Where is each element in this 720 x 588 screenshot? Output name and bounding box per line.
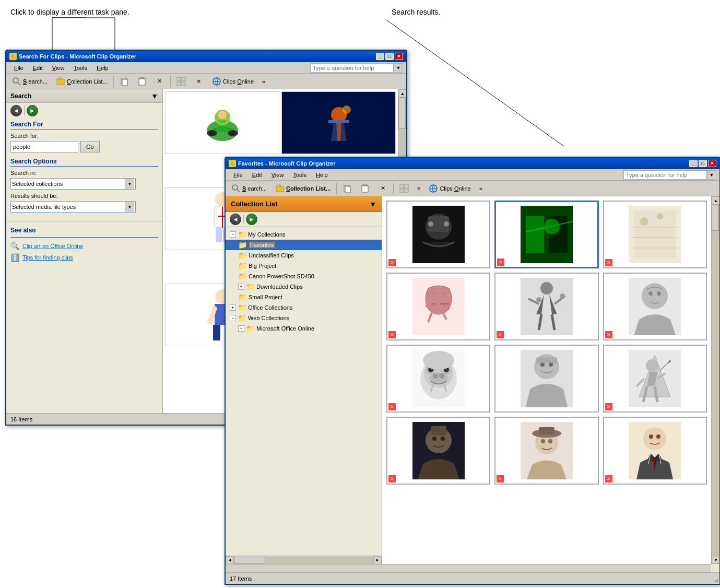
menu1-view[interactable]: View: [48, 63, 69, 73]
fav-item-10[interactable]: ✕: [386, 417, 490, 485]
menu1-file[interactable]: File: [9, 63, 28, 73]
toolbar1-delete[interactable]: ✕: [151, 75, 168, 88]
window2-minimize[interactable]: _: [689, 160, 698, 167]
go-button[interactable]: Go: [80, 141, 100, 152]
tree-favorites[interactable]: 📁 Favorites: [226, 240, 382, 250]
menu1-edit[interactable]: Edit: [28, 63, 48, 73]
scrollbar-up[interactable]: ▲: [398, 89, 407, 98]
toolbar2-expand[interactable]: »: [476, 182, 486, 195]
fav-x-10[interactable]: ✕: [388, 475, 396, 483]
tree-toggle-office[interactable]: +: [230, 304, 236, 311]
window1-help-input[interactable]: [310, 63, 394, 73]
toolbar2-delete[interactable]: ✕: [374, 182, 391, 195]
fav-x-9[interactable]: ✕: [605, 403, 612, 410]
window2-help-arrow[interactable]: ▼: [707, 170, 716, 180]
fav-item-6[interactable]: ✕: [603, 273, 707, 340]
toolbar2-search[interactable]: Search...: [228, 182, 270, 195]
panel-dropdown-arrow[interactable]: ▼: [151, 92, 158, 100]
fav-scroll-down[interactable]: ▼: [712, 556, 720, 564]
toolbar1-expand[interactable]: »: [258, 75, 269, 88]
link1-text[interactable]: Clip art on Office Online: [22, 243, 84, 249]
results-arrow[interactable]: ▼: [125, 202, 134, 212]
search-window-titlebar[interactable]: 📎 Search For Clips - Microsoft Clip Orga…: [6, 51, 406, 62]
window1-close[interactable]: ✕: [395, 53, 403, 60]
link2-text[interactable]: Tips for finding clips: [22, 254, 73, 261]
tree-smallproject[interactable]: 📁 Small Project: [226, 292, 382, 302]
clip-item-1[interactable]: [165, 91, 279, 154]
toolbar1-collection[interactable]: Collection List...: [52, 75, 111, 88]
toolbar2-copy[interactable]: [339, 182, 356, 195]
toolbar1-view1[interactable]: [173, 75, 190, 88]
results-select[interactable]: Selected media file types ▼: [10, 201, 136, 213]
fav-x-4[interactable]: ✕: [388, 331, 396, 338]
search-in-arrow[interactable]: ▼: [125, 179, 134, 189]
resize-grip[interactable]: ⊿: [711, 575, 719, 584]
toolbar1-search[interactable]: Search...: [8, 75, 51, 88]
menu2-file[interactable]: File: [229, 170, 247, 180]
tree-toggle-web[interactable]: −: [230, 315, 236, 321]
fav-x-6[interactable]: ✕: [605, 331, 612, 338]
tree-msonline[interactable]: + 📁 Microsoft Office Online: [226, 323, 382, 334]
collection-nav-forward[interactable]: ►: [246, 214, 257, 225]
fav-x-5[interactable]: ✕: [497, 331, 504, 338]
tree-officecollections[interactable]: + 📁 Office Collections: [226, 302, 382, 313]
clip-item-2[interactable]: [281, 91, 396, 154]
tree-hscrollbar[interactable]: ◄ ►: [226, 556, 382, 564]
fav-item-8[interactable]: [494, 345, 598, 413]
tree-unclassified[interactable]: 📁 Unclassified Clips: [226, 250, 382, 261]
window2-help-input[interactable]: [623, 170, 707, 180]
fav-item-11[interactable]: ✕: [494, 417, 598, 485]
search-for-input[interactable]: [10, 141, 78, 152]
favorites-hscrollbar[interactable]: [226, 564, 711, 572]
fav-item-7[interactable]: ✕: [386, 345, 490, 413]
toolbar2-view1[interactable]: [396, 182, 412, 195]
see-also-link2[interactable]: ℹ️ Tips for finding clips: [10, 253, 158, 262]
fav-x-1[interactable]: ✕: [388, 259, 396, 266]
fav-x-7[interactable]: ✕: [388, 403, 396, 410]
window2-maximize[interactable]: □: [699, 160, 707, 167]
window1-maximize[interactable]: □: [385, 53, 394, 60]
scroll-thumb[interactable]: [398, 98, 406, 129]
fav-item-1[interactable]: ✕: [386, 201, 490, 268]
tree-webcollections[interactable]: − 📁 Web Collections: [226, 313, 382, 323]
fav-scroll-up[interactable]: ▲: [712, 196, 720, 205]
nav-forward-btn[interactable]: ►: [27, 105, 38, 116]
tree-mycollections[interactable]: − 📁 My Collections: [226, 229, 382, 240]
fav-item-2[interactable]: ✕: [494, 201, 598, 268]
fav-item-3[interactable]: ✕: [603, 201, 707, 268]
toolbar2-view2[interactable]: ≡: [414, 182, 424, 195]
favorites-scrollbar[interactable]: ▲ ▼: [711, 196, 719, 564]
tree-toggle-downloaded[interactable]: +: [238, 284, 244, 290]
fav-item-9[interactable]: ✕: [603, 345, 707, 413]
collection-dropdown[interactable]: ▼: [369, 200, 376, 208]
toolbar2-clips-online[interactable]: Clips Online: [425, 182, 474, 195]
toolbar2-paste[interactable]: [357, 182, 373, 195]
fav-item-5[interactable]: ✕: [494, 273, 598, 340]
toolbar2-collection[interactable]: Collection List...: [272, 182, 334, 195]
favorites-window-titlebar[interactable]: 📎 Favorites - Microsoft Clip Organizer _…: [226, 158, 719, 169]
menu2-tools[interactable]: Tools: [288, 170, 311, 180]
search-in-select[interactable]: Selected collections ▼: [10, 178, 136, 190]
tree-toggle-msonline[interactable]: +: [238, 325, 244, 332]
window1-help-arrow[interactable]: ▼: [394, 63, 403, 73]
hscroll-right[interactable]: ►: [373, 556, 382, 565]
collection-nav-back[interactable]: ◄: [230, 214, 241, 225]
tree-toggle-mycollections[interactable]: −: [230, 231, 236, 238]
menu1-tools[interactable]: Tools: [69, 63, 92, 73]
window2-close[interactable]: ✕: [708, 160, 716, 167]
toolbar1-paste[interactable]: [134, 75, 150, 88]
menu2-view[interactable]: View: [267, 170, 289, 180]
toolbar1-view2[interactable]: ≡: [191, 75, 207, 88]
fav-x-3[interactable]: ✕: [605, 259, 612, 266]
fav-scroll-thumb[interactable]: [712, 205, 719, 231]
fav-x-2[interactable]: ✕: [497, 258, 504, 266]
menu2-help[interactable]: Help: [311, 170, 333, 180]
tree-downloaded[interactable]: + 📁 Downloaded Clips: [226, 281, 382, 292]
hscroll-left[interactable]: ◄: [226, 556, 234, 565]
fav-x-11[interactable]: ✕: [497, 475, 504, 483]
toolbar1-clips-online[interactable]: Clips Online: [208, 75, 257, 88]
window1-minimize[interactable]: _: [376, 53, 384, 60]
see-also-link1[interactable]: 🔍 Clip art on Office Online: [10, 242, 158, 250]
tree-bigproject[interactable]: 📁 Big Project: [226, 261, 382, 271]
fav-item-4[interactable]: ✕: [386, 273, 490, 340]
